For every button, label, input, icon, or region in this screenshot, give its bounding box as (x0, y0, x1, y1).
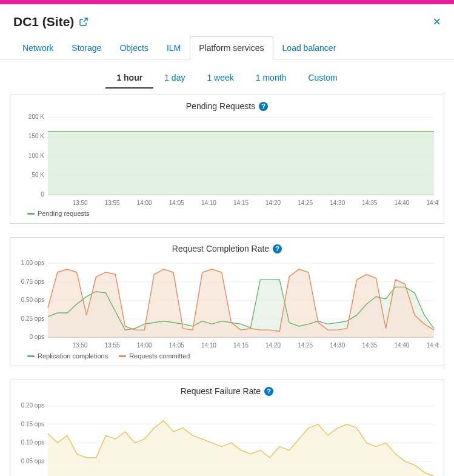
legend-swatch (119, 355, 126, 357)
timerange-1-hour[interactable]: 1 hour (105, 68, 153, 89)
title-group: DC1 (Site) (13, 15, 88, 29)
svg-text:14:45: 14:45 (427, 342, 439, 349)
panel: DC1 (Site) × NetworkStorageObjectsILMPla… (0, 4, 454, 476)
tab-objects[interactable]: Objects (110, 36, 157, 59)
legend-item: Pending requests (27, 210, 90, 217)
svg-text:14:30: 14:30 (330, 342, 345, 349)
timerange-1-week[interactable]: 1 week (196, 68, 244, 89)
svg-text:14:45: 14:45 (427, 199, 439, 206)
svg-text:0.25 ops: 0.25 ops (21, 315, 44, 322)
svg-text:100 K: 100 K (28, 152, 44, 159)
svg-text:14:05: 14:05 (169, 199, 184, 206)
svg-text:0: 0 (41, 191, 44, 198)
chart-title-row: Request Completion Rate? (10, 238, 444, 256)
timerange-1-month[interactable]: 1 month (245, 68, 298, 89)
svg-text:14:35: 14:35 (362, 199, 377, 206)
timerange-1-day[interactable]: 1 day (153, 68, 196, 89)
chart-card-1: Request Completion Rate?0 ops0.25 ops0.5… (10, 237, 444, 366)
svg-text:200 K: 200 K (28, 113, 44, 120)
svg-text:13:55: 13:55 (105, 199, 120, 206)
page-title: DC1 (Site) (13, 15, 74, 29)
legend-swatch (27, 355, 35, 357)
svg-text:14:00: 14:00 (137, 199, 152, 206)
legend-swatch (27, 213, 35, 215)
svg-text:0.05 ops: 0.05 ops (21, 458, 44, 464)
svg-text:0.50 ops: 0.50 ops (21, 297, 44, 303)
close-icon[interactable]: × (433, 14, 441, 30)
tabs: NetworkStorageObjectsILMPlatform service… (0, 36, 454, 59)
chart-title: Request Completion Rate (172, 244, 269, 253)
svg-text:14:40: 14:40 (394, 342, 409, 349)
svg-text:0.20 ops: 0.20 ops (21, 402, 44, 409)
chart-legend: Pending requests (10, 207, 444, 218)
help-icon[interactable]: ? (259, 102, 268, 111)
help-icon[interactable]: ? (273, 244, 282, 253)
svg-text:0.10 ops: 0.10 ops (21, 439, 44, 446)
chart-card-2: Request Failure Rate?0 ops0.05 ops0.10 o… (10, 380, 444, 476)
svg-text:14:10: 14:10 (201, 342, 216, 349)
chart-plot: 050 K100 K150 K200 K13:5013:5514:0014:05… (10, 113, 444, 207)
help-icon[interactable]: ? (264, 387, 273, 396)
legend-label: Requests committed (129, 352, 190, 360)
legend-label: Replication completions (38, 352, 108, 360)
timerange-selector: 1 hour1 day1 week1 monthCustom (0, 68, 454, 89)
chart-title-row: Request Failure Rate? (10, 380, 444, 398)
chart-card-0: Pending Requests?050 K100 K150 K200 K13:… (10, 95, 444, 224)
svg-text:0 ops: 0 ops (30, 334, 44, 340)
svg-text:0.15 ops: 0.15 ops (21, 421, 44, 427)
svg-text:13:50: 13:50 (73, 342, 88, 349)
chart-plot: 0 ops0.25 ops0.50 ops0.75 ops1.00 ops13:… (10, 256, 444, 350)
tab-load-balancer[interactable]: Load balancer (273, 36, 346, 59)
svg-text:14:20: 14:20 (265, 342, 281, 349)
svg-text:14:30: 14:30 (330, 199, 345, 206)
svg-text:150 K: 150 K (28, 133, 44, 139)
svg-text:14:25: 14:25 (298, 199, 313, 206)
tab-ilm[interactable]: ILM (158, 36, 190, 59)
legend-item: Requests committed (119, 352, 190, 360)
svg-text:14:20: 14:20 (265, 199, 281, 206)
svg-text:14:10: 14:10 (201, 199, 216, 206)
svg-text:50 K: 50 K (32, 172, 44, 178)
svg-text:14:15: 14:15 (233, 199, 249, 206)
tab-network[interactable]: Network (13, 36, 62, 59)
legend-label: Pending requests (38, 210, 90, 217)
chart-title: Request Failure Rate (181, 386, 261, 396)
top-accent-bar (0, 0, 454, 4)
svg-text:14:15: 14:15 (233, 342, 249, 349)
svg-text:14:40: 14:40 (394, 199, 409, 206)
timerange-custom[interactable]: Custom (297, 68, 348, 89)
svg-text:14:25: 14:25 (298, 342, 313, 349)
chart-title-row: Pending Requests? (10, 95, 444, 113)
svg-text:14:00: 14:00 (137, 342, 152, 349)
svg-text:14:05: 14:05 (169, 342, 184, 349)
svg-text:13:50: 13:50 (73, 199, 88, 206)
tab-platform-services[interactable]: Platform services (190, 36, 273, 59)
svg-text:0.75 ops: 0.75 ops (21, 278, 44, 285)
open-external-icon[interactable] (79, 17, 88, 29)
chart-plot: 0 ops0.05 ops0.10 ops0.15 ops0.20 ops13:… (10, 398, 444, 476)
svg-text:14:35: 14:35 (362, 342, 377, 349)
svg-text:1.00 ops: 1.00 ops (21, 260, 44, 266)
header: DC1 (Site) × (0, 9, 454, 33)
chart-legend: Replication completionsRequests committe… (10, 350, 444, 361)
tab-storage[interactable]: Storage (62, 36, 110, 59)
chart-title: Pending Requests (186, 101, 255, 111)
legend-item: Replication completions (27, 352, 108, 360)
svg-text:13:55: 13:55 (105, 342, 120, 349)
